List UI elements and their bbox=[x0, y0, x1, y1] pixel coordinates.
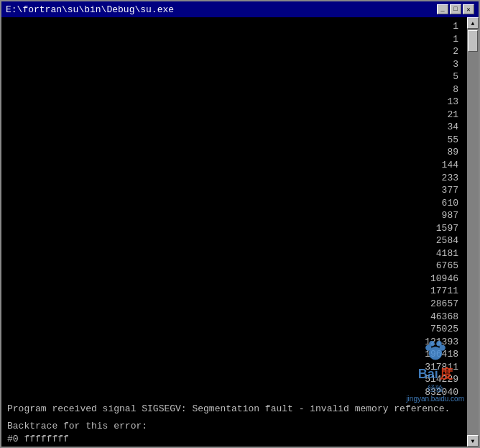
list-item: 1 bbox=[7, 33, 461, 46]
list-item: 514229 bbox=[7, 373, 461, 386]
list-item: 2584 bbox=[7, 234, 461, 247]
list-item: 233 bbox=[7, 172, 461, 185]
baidu-site: jingyan.baidu.com bbox=[406, 394, 464, 404]
title-bar-title: E:\fortran\su\bin\Debug\su.exe bbox=[6, 4, 174, 15]
list-item: 377 bbox=[7, 184, 461, 197]
list-item: 8 bbox=[7, 83, 461, 96]
scroll-down-arrow[interactable]: ▼ bbox=[467, 435, 479, 447]
main-window: E:\fortran\su\bin\Debug\su.exe _ □ ✕ 112… bbox=[0, 0, 480, 448]
baidu-watermark: Bai 度 经验 jingyan.baidu.com bbox=[406, 335, 464, 403]
minimize-button[interactable]: _ bbox=[437, 4, 448, 14]
list-item: 121393 bbox=[7, 336, 461, 349]
list-item: 610 bbox=[7, 197, 461, 210]
baidu-jingyan-label: 经验 bbox=[428, 383, 443, 394]
close-button[interactable]: ✕ bbox=[463, 4, 474, 14]
list-item: 987 bbox=[7, 209, 461, 222]
backtrace-header: Backtrace for this error: bbox=[7, 420, 461, 433]
list-item: 3 bbox=[7, 58, 461, 71]
list-item: 832040 bbox=[7, 386, 461, 399]
list-item: 1 bbox=[7, 20, 461, 33]
list-item: 2 bbox=[7, 45, 461, 58]
list-item: 4181 bbox=[7, 247, 461, 260]
error-message: Program received signal SIGSEGV: Segment… bbox=[7, 403, 461, 416]
list-item: 21 bbox=[7, 109, 461, 122]
list-item: 75025 bbox=[7, 323, 461, 336]
console-area: 1123581321345589144233377610987159725844… bbox=[1, 17, 479, 447]
list-item: 196418 bbox=[7, 348, 461, 361]
title-bar-controls: _ □ ✕ bbox=[437, 4, 474, 14]
scroll-track[interactable] bbox=[467, 29, 479, 435]
window-title: E:\fortran\su\bin\Debug\su.exe bbox=[6, 4, 174, 15]
list-item: 46368 bbox=[7, 311, 461, 324]
list-item: 28657 bbox=[7, 298, 461, 311]
list-item: 34 bbox=[7, 121, 461, 134]
scrollbar[interactable]: ▲ ▼ bbox=[467, 17, 479, 447]
list-item: 5 bbox=[7, 70, 461, 83]
svg-point-4 bbox=[436, 341, 442, 347]
list-item: 317811 bbox=[7, 361, 461, 374]
list-item: 55 bbox=[7, 134, 461, 147]
list-item: 6765 bbox=[7, 260, 461, 273]
scroll-thumb[interactable] bbox=[468, 30, 478, 52]
list-item: 89 bbox=[7, 146, 461, 159]
baidu-text: Bai bbox=[418, 365, 438, 383]
title-bar: E:\fortran\su\bin\Debug\su.exe _ □ ✕ bbox=[1, 1, 479, 17]
list-item: 17711 bbox=[7, 285, 461, 298]
list-item: 144 bbox=[7, 159, 461, 172]
scroll-up-arrow[interactable]: ▲ bbox=[467, 17, 479, 29]
maximize-button[interactable]: □ bbox=[450, 4, 461, 14]
fibonacci-numbers: 1123581321345589144233377610987159725844… bbox=[7, 20, 461, 398]
baidu-paw-icon bbox=[420, 335, 451, 365]
backtrace-line: #0 ffffffff bbox=[7, 433, 461, 446]
list-item: 10946 bbox=[7, 273, 461, 285]
svg-point-3 bbox=[429, 341, 435, 347]
console-content: 1123581321345589144233377610987159725844… bbox=[1, 17, 467, 447]
list-item: 1597 bbox=[7, 222, 461, 235]
list-item: 13 bbox=[7, 96, 461, 109]
